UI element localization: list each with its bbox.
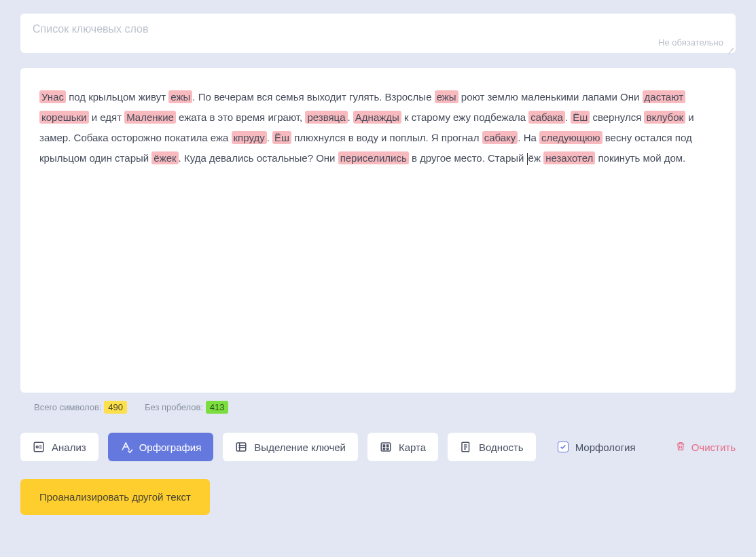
keys-icon [235,441,247,453]
stat-total-label: Всего символов: [34,402,102,412]
map-icon [380,441,392,453]
keywords-input[interactable]: Список ключевых слов Не обязательно [20,14,736,53]
clear-button[interactable]: Очистить [675,441,736,454]
keys-label: Выделение ключей [254,442,346,453]
resize-handle-icon[interactable] [727,45,734,52]
morphology-toggle[interactable]: Морфология [558,442,636,453]
stat-total-value: 490 [104,401,127,414]
map-button[interactable]: Карта [367,433,438,461]
checkbox-checked-icon [558,442,569,452]
spelling-highlight[interactable]: дастают [643,90,685,103]
text-run: плюхнулся в воду и поплыл. Я прогнал [291,132,482,143]
text-run: под крыльцом живут [66,91,168,103]
text-run: покинуть мой дом. [595,152,685,164]
spelling-highlight[interactable]: Унас [39,90,66,103]
svg-rect-7 [386,448,388,450]
analyze-other-button[interactable]: Проанализировать другой текст [20,479,210,515]
map-label: Карта [399,442,426,453]
keys-button[interactable]: Выделение ключей [223,433,358,461]
text-run: ёж [528,152,544,164]
text-content-panel[interactable]: Унас под крыльцом живут ежы. По вечерам … [20,68,736,393]
spelling-highlight[interactable]: резвяца [305,111,347,124]
keywords-optional-label: Не обязательно [658,37,723,48]
text-cursor [527,153,528,165]
analysis-icon [33,441,45,453]
text-run: и едят [89,111,125,123]
spelling-highlight[interactable]: ежы [435,90,458,103]
text-run: к старому ежу подбежала [401,111,528,123]
spelling-highlight[interactable]: Аднажды [353,111,401,124]
spelling-highlight[interactable]: сабака [528,111,565,124]
text-run: . По вечерам вся семья выходит гулять. В… [192,91,434,103]
spelling-icon [120,441,132,453]
text-run: в другое место. Старый [409,152,527,164]
water-button[interactable]: Водность [448,433,536,461]
text-run: . [565,111,571,123]
svg-rect-5 [386,445,388,446]
spelling-highlight[interactable]: вклубок [644,111,685,124]
text-run: ежата в это время играют, [176,111,306,123]
text-run: . На [518,132,539,143]
text-run: . Куда девались остальные? Они [179,152,338,164]
spelling-highlight[interactable]: ёжек [151,151,178,164]
morphology-label: Морфология [575,442,636,453]
text-run: . [348,111,353,123]
spelling-highlight[interactable]: сабаку [482,131,518,144]
water-icon [460,441,472,453]
analysis-button[interactable]: Анализ [20,433,98,461]
text-run: . [267,132,272,143]
spelling-highlight[interactable]: следующюю [539,131,602,144]
spelling-highlight[interactable]: кпруду [232,131,267,144]
spelling-highlight[interactable]: ежы [168,90,192,103]
spelling-highlight[interactable]: Маленкие [124,111,176,124]
svg-rect-6 [383,448,384,450]
spelling-highlight[interactable]: Ёш [272,131,291,144]
svg-rect-4 [383,445,384,446]
svg-point-1 [36,446,38,448]
stat-nospaces-value: 413 [206,401,229,414]
analysis-label: Анализ [52,442,86,453]
water-label: Водность [479,442,524,453]
spelling-button[interactable]: Орфография [108,433,214,461]
text-run: роют землю маленькими лапами Они [458,91,643,103]
stat-total: Всего символов: 490 [34,402,127,412]
svg-rect-3 [381,443,391,451]
spelling-highlight[interactable]: периселились [338,151,409,164]
stat-nospaces-label: Без пробелов: [145,402,203,412]
spelling-highlight[interactable]: Ёш [571,111,590,124]
clear-label: Очистить [691,442,736,453]
spelling-highlight[interactable]: корешьки [39,111,89,124]
text-run: свернулся [590,111,644,123]
spelling-highlight[interactable]: незахотел [543,151,595,164]
keywords-placeholder: Список ключевых слов [33,23,148,35]
stat-nospaces: Без пробелов: 413 [145,402,228,412]
trash-icon [675,441,686,454]
toolbar: Анализ Орфография Выделение ключей Карта… [20,433,736,461]
stats-row: Всего символов: 490 Без пробелов: 413 [20,402,736,412]
spelling-label: Орфография [139,442,202,453]
